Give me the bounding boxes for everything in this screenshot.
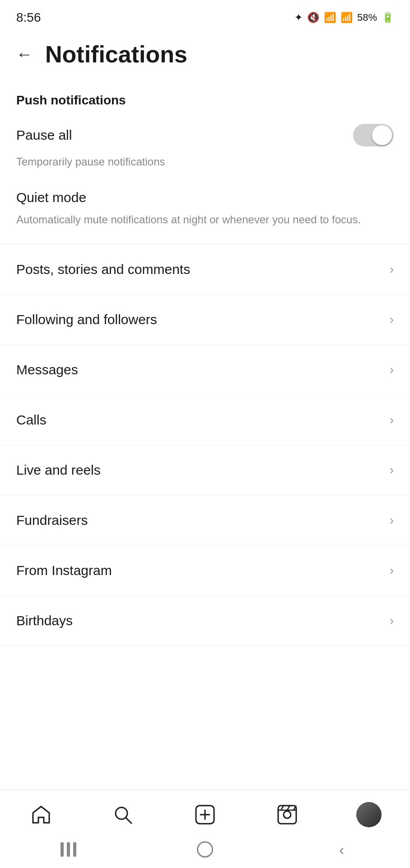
system-nav: ‹ [0,835,410,868]
pause-all-label: Pause all [16,127,72,143]
recent-apps-icon [61,842,76,857]
battery-text: 58% [357,12,377,24]
signal-icon: 📶 [340,12,353,24]
status-time: 8:56 [16,10,41,25]
nav-item-following[interactable]: Following and followers › [0,295,410,345]
nav-item-fundraisers[interactable]: Fundraisers › [0,495,410,546]
chevron-right-icon-6: › [390,513,394,528]
page-title: Notifications [45,41,187,68]
back-system-button[interactable]: ‹ [324,840,360,859]
back-system-icon: ‹ [339,841,344,859]
status-bar: 8:56 ✦ 🔇 📶 📶 58% 🔋 [0,0,410,32]
nav-items-list: Posts, stories and comments › Following … [0,245,410,646]
avatar [356,802,382,827]
pause-all-description: Temporarily pause notifications [0,156,410,181]
home-system-button[interactable] [187,840,223,859]
bottom-nav: ‹ [0,790,410,868]
wifi-icon: 📶 [324,12,336,24]
chevron-right-icon-4: › [390,413,394,427]
chevron-right-icon-7: › [390,563,394,578]
nav-item-posts-label: Posts, stories and comments [16,262,190,277]
search-icon [112,804,134,826]
add-icon [194,804,216,826]
nav-item-live[interactable]: Live and reels › [0,445,410,495]
toggle-knob [372,125,392,145]
nav-item-from-instagram-label: From Instagram [16,563,112,578]
add-nav-button[interactable] [187,799,223,830]
chevron-right-icon-3: › [390,363,394,377]
search-nav-button[interactable] [105,799,141,830]
nav-item-messages-label: Messages [16,362,78,377]
nav-item-calls[interactable]: Calls › [0,395,410,445]
nav-item-birthdays[interactable]: Birthdays › [0,596,410,646]
page-header: ← Notifications [0,32,410,77]
content-area: Push notifications Pause all Temporarily… [0,77,410,868]
quiet-mode-label: Quiet mode [0,181,410,212]
nav-item-fundraisers-label: Fundraisers [16,513,88,528]
home-nav-button[interactable] [23,799,59,830]
svg-point-6 [284,811,291,818]
push-notifications-label: Push notifications [0,77,410,115]
chevron-right-icon-5: › [390,463,394,477]
chevron-right-icon: › [390,262,394,277]
avatar-image [356,802,382,827]
chevron-right-icon-8: › [390,613,394,628]
home-icon [30,804,52,826]
nav-item-from-instagram[interactable]: From Instagram › [0,546,410,596]
quiet-mode-description: Automatically mute notifications at nigh… [0,212,410,244]
pause-all-row: Pause all [0,115,410,156]
status-icons: ✦ 🔇 📶 📶 58% 🔋 [294,12,394,24]
reels-icon [276,804,298,826]
svg-rect-5 [278,806,296,824]
profile-nav-button[interactable] [351,799,387,830]
nav-item-messages[interactable]: Messages › [0,345,410,395]
pause-all-toggle[interactable] [353,124,394,146]
recent-apps-button[interactable] [50,840,86,859]
battery-icon: 🔋 [382,12,394,24]
nav-item-birthdays-label: Birthdays [16,613,73,628]
nav-item-calls-label: Calls [16,412,47,428]
nav-item-posts[interactable]: Posts, stories and comments › [0,245,410,295]
reels-nav-button[interactable] [269,799,305,830]
nav-item-live-label: Live and reels [16,462,101,478]
back-button[interactable]: ← [16,46,33,62]
home-system-icon [197,841,213,858]
mute-icon: 🔇 [307,12,319,24]
chevron-right-icon-2: › [390,312,394,327]
nav-item-following-label: Following and followers [16,312,157,327]
bottom-nav-icons [0,790,410,835]
bluetooth-icon: ✦ [294,12,303,24]
svg-line-1 [126,818,131,823]
